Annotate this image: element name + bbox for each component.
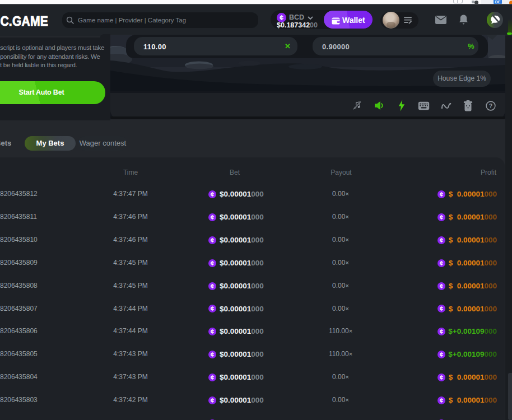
svg-text:?: ? — [489, 102, 492, 109]
